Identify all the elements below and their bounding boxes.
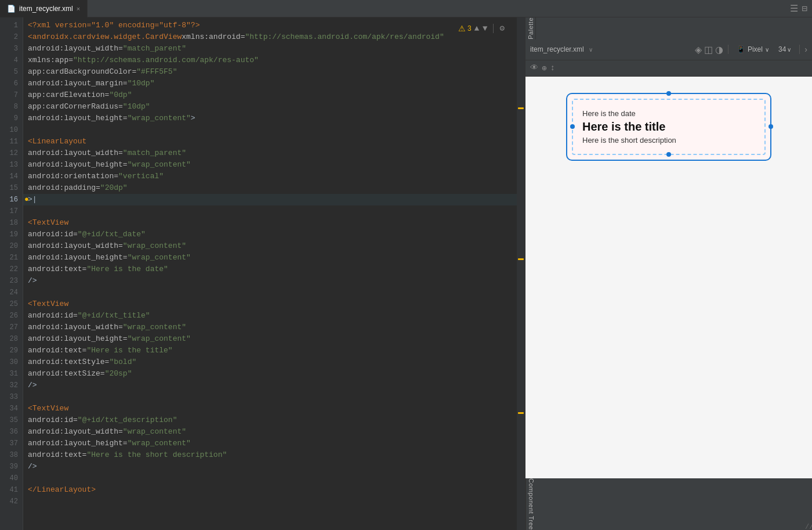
card-desc-text: Here is the short description bbox=[582, 136, 755, 145]
component-tree-sidebar[interactable]: Component Tree bbox=[525, 478, 536, 530]
handle-left-dashed[interactable] bbox=[570, 124, 575, 129]
code-line-32[interactable]: /> bbox=[23, 380, 517, 391]
card-title-text: Here is the title bbox=[582, 120, 755, 134]
menu-icon[interactable]: ☰ bbox=[790, 3, 798, 15]
code-line-22[interactable]: android:text="Here is the date" bbox=[23, 264, 517, 275]
code-line-36[interactable]: android:layout_width="wrap_content" bbox=[23, 426, 517, 438]
prev-warning-button[interactable]: ▲ bbox=[473, 24, 480, 33]
code-line-11[interactable]: <LinearLayout bbox=[23, 136, 517, 147]
layout-icon[interactable]: ⊟ bbox=[802, 3, 807, 15]
code-line-38[interactable]: android:text="Here is the short descript… bbox=[23, 449, 517, 461]
component-tree-label[interactable]: Component Tree bbox=[528, 478, 535, 530]
code-line-33[interactable] bbox=[23, 391, 517, 403]
card-outer-border[interactable]: Here is the date Here is the title Here … bbox=[566, 93, 771, 161]
code-line-39[interactable]: /> bbox=[23, 461, 517, 473]
preview-filename: item_recycler.xml bbox=[530, 45, 584, 53]
resize-handle[interactable]: // bbox=[805, 523, 811, 529]
line-number-20: 20 bbox=[5, 240, 18, 252]
token: app:cardCornerRadius= bbox=[28, 101, 123, 113]
code-line-8[interactable]: app:cardCornerRadius="10dp" bbox=[23, 101, 517, 113]
code-line-9[interactable]: android:layout_height="wrap_content"> bbox=[23, 113, 517, 124]
preview-header: item_recycler.xml ∨ ◈ ◫ ◑ 📱 Pixel ∨ 34 ∨ bbox=[525, 39, 812, 60]
handle-top-center[interactable] bbox=[666, 91, 671, 96]
line-number-24: 24 bbox=[5, 287, 18, 298]
code-line-25[interactable]: <TextView bbox=[23, 298, 517, 310]
code-line-17[interactable] bbox=[23, 205, 517, 217]
device-label: Pixel bbox=[748, 45, 763, 53]
line-number-16: 16 bbox=[5, 194, 18, 205]
gutter-warning-3 bbox=[518, 412, 524, 414]
api-selector[interactable]: 34 ∨ bbox=[775, 44, 795, 55]
code-line-18[interactable]: <TextView bbox=[23, 217, 517, 229]
handle-bottom-dashed[interactable] bbox=[666, 152, 671, 157]
palette-sidebar[interactable]: Palette bbox=[525, 17, 536, 39]
code-line-19[interactable]: android:id="@+id/txt_date" bbox=[23, 229, 517, 240]
token: "wrap_content" bbox=[128, 113, 191, 124]
code-line-28[interactable]: android:layout_height="wrap_content" bbox=[23, 333, 517, 345]
linearlayout-inner-border[interactable]: Here is the date Here is the title Here … bbox=[572, 99, 766, 155]
code-line-26[interactable]: android:id="@+id/txt_title" bbox=[23, 310, 517, 322]
code-line-29[interactable]: android:text="Here is the title" bbox=[23, 345, 517, 356]
night-mode-icon[interactable]: ◑ bbox=[715, 44, 723, 55]
code-line-23[interactable]: /> bbox=[23, 275, 517, 287]
code-line-10[interactable] bbox=[23, 124, 517, 136]
line-number-10: 10 bbox=[5, 124, 18, 136]
tab-close-button[interactable]: × bbox=[77, 5, 80, 12]
code-line-16[interactable]: ● >| bbox=[23, 194, 517, 205]
device-selector[interactable]: 📱 Pixel ∨ bbox=[733, 44, 773, 55]
line-number-1: 1 bbox=[5, 20, 18, 31]
token: android:textSize= bbox=[28, 368, 105, 380]
code-line-13[interactable]: android:layout_height="wrap_content" bbox=[23, 159, 517, 171]
code-line-34[interactable]: <TextView bbox=[23, 403, 517, 414]
code-line-35[interactable]: android:id="@+id/txt_description" bbox=[23, 414, 517, 426]
code-area[interactable]: <?xml version="1.0" encoding="utf-8"?><a… bbox=[23, 17, 517, 530]
warning-badge[interactable]: ⚠ 3 bbox=[458, 24, 472, 33]
ruler-icon[interactable]: ↕ bbox=[550, 63, 554, 73]
separator-1 bbox=[728, 45, 728, 54]
palette-label[interactable]: Palette bbox=[527, 17, 534, 39]
code-line-31[interactable]: android:textSize="20sp" bbox=[23, 368, 517, 380]
code-line-30[interactable]: android:textStyle="bold" bbox=[23, 356, 517, 368]
code-line-14[interactable]: android:orientation="vertical" bbox=[23, 171, 517, 182]
line-number-5: 5 bbox=[5, 66, 18, 78]
code-line-12[interactable]: android:layout_width="match_parent" bbox=[23, 147, 517, 159]
api-label: 34 bbox=[778, 45, 786, 53]
line-number-33: 33 bbox=[5, 391, 18, 403]
filename-chevron[interactable]: ∨ bbox=[589, 46, 593, 53]
line-number-15: 15 bbox=[5, 182, 18, 194]
line-number-3: 3 bbox=[5, 43, 18, 55]
line-number-42: 42 bbox=[5, 496, 18, 507]
eye-icon[interactable]: 👁 bbox=[530, 63, 538, 73]
magnet-icon[interactable]: ⊕ bbox=[542, 63, 546, 73]
settings-button[interactable]: ⚙ bbox=[498, 22, 507, 34]
next-warning-button[interactable]: ▼ bbox=[481, 24, 488, 33]
api-chevron: ∨ bbox=[787, 46, 791, 53]
code-line-5[interactable]: app:cardBackgroundColor="#FFF5F5" bbox=[23, 66, 517, 78]
active-tab[interactable]: 📄 item_recycler.xml × bbox=[0, 0, 88, 17]
line-number-8: 8 bbox=[5, 101, 18, 113]
design-mode-icon[interactable]: ◈ bbox=[695, 44, 702, 55]
warning-count: 3 bbox=[467, 24, 472, 33]
code-line-4[interactable]: xmlns:app="http://schemas.android.com/ap… bbox=[23, 55, 517, 66]
handle-right-center[interactable] bbox=[768, 124, 773, 129]
code-line-15[interactable]: android:padding="20dp" bbox=[23, 182, 517, 194]
code-line-40[interactable] bbox=[23, 473, 517, 484]
line-number-36: 36 bbox=[5, 426, 18, 438]
code-line-7[interactable]: app:cardElevation="0dp" bbox=[23, 89, 517, 101]
code-line-6[interactable]: android:layout_margin="10dp" bbox=[23, 78, 517, 89]
token: "match_parent" bbox=[123, 147, 186, 159]
code-line-2[interactable]: <androidx.cardview.widget.CardView xmlns… bbox=[23, 31, 517, 43]
code-line-3[interactable]: android:layout_width="match_parent" bbox=[23, 43, 517, 55]
blueprint-mode-icon[interactable]: ◫ bbox=[704, 44, 713, 55]
token: android:layout_width= bbox=[28, 43, 123, 55]
line-number-6: 6 bbox=[5, 78, 18, 89]
expand-button[interactable]: › bbox=[804, 45, 807, 54]
code-line-24[interactable] bbox=[23, 287, 517, 298]
code-line-1[interactable]: <?xml version="1.0" encoding="utf-8"?> bbox=[23, 20, 517, 31]
code-line-27[interactable]: android:layout_width="wrap_content" bbox=[23, 322, 517, 333]
code-line-41[interactable]: </LinearLayout> bbox=[23, 484, 517, 496]
code-line-42[interactable] bbox=[23, 496, 517, 507]
code-line-20[interactable]: android:layout_width="wrap_content" bbox=[23, 240, 517, 252]
code-line-37[interactable]: android:layout_height="wrap_content" bbox=[23, 438, 517, 449]
code-line-21[interactable]: android:layout_height="wrap_content" bbox=[23, 252, 517, 264]
